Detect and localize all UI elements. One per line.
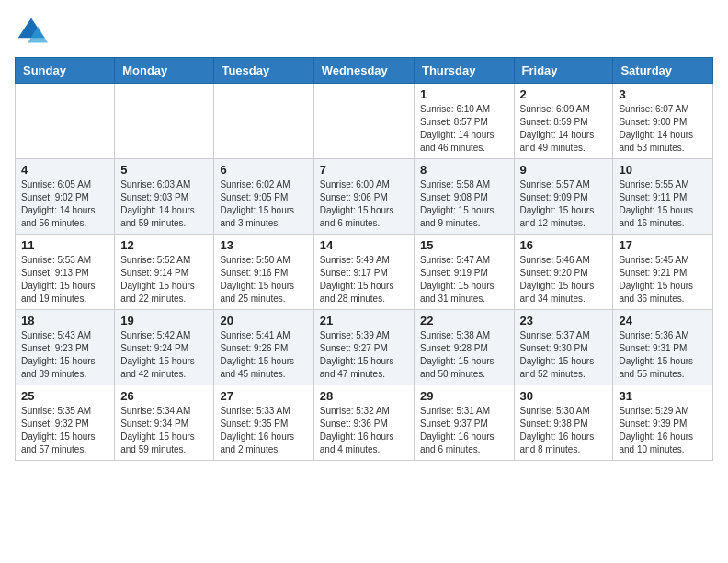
day-info: Sunrise: 6:00 AM Sunset: 9:06 PM Dayligh…: [320, 178, 408, 230]
calendar-cell: 2Sunrise: 6:09 AM Sunset: 8:59 PM Daylig…: [514, 84, 613, 159]
day-number: 8: [420, 163, 508, 177]
day-number: 6: [220, 163, 307, 177]
day-info: Sunrise: 5:41 AM Sunset: 9:26 PM Dayligh…: [220, 329, 307, 381]
day-number: 28: [320, 389, 408, 403]
day-number: 11: [21, 238, 108, 252]
day-info: Sunrise: 5:38 AM Sunset: 9:28 PM Dayligh…: [420, 329, 508, 381]
calendar-cell: [16, 84, 115, 159]
calendar-cell: 25Sunrise: 5:35 AM Sunset: 9:32 PM Dayli…: [16, 385, 115, 461]
day-info: Sunrise: 5:29 AM Sunset: 9:39 PM Dayligh…: [619, 405, 707, 456]
calendar-cell: 9Sunrise: 5:57 AM Sunset: 9:09 PM Daylig…: [514, 159, 613, 235]
day-info: Sunrise: 5:50 AM Sunset: 9:16 PM Dayligh…: [220, 254, 307, 305]
day-info: Sunrise: 6:10 AM Sunset: 8:57 PM Dayligh…: [420, 103, 508, 155]
calendar-week-row: 11Sunrise: 5:53 AM Sunset: 9:13 PM Dayli…: [16, 235, 713, 310]
calendar-table: SundayMondayTuesdayWednesdayThursdayFrid…: [15, 57, 713, 461]
weekday-header: Friday: [514, 58, 613, 84]
calendar-cell: 4Sunrise: 6:05 AM Sunset: 9:02 PM Daylig…: [16, 159, 115, 235]
day-number: 23: [520, 314, 608, 327]
day-number: 13: [220, 238, 307, 252]
day-number: 30: [520, 389, 608, 403]
day-number: 4: [21, 163, 108, 177]
day-info: Sunrise: 5:32 AM Sunset: 9:36 PM Dayligh…: [320, 405, 408, 456]
day-info: Sunrise: 5:31 AM Sunset: 9:37 PM Dayligh…: [420, 405, 508, 456]
calendar-cell: 6Sunrise: 6:02 AM Sunset: 9:05 PM Daylig…: [214, 159, 313, 235]
calendar-cell: 8Sunrise: 5:58 AM Sunset: 9:08 PM Daylig…: [414, 159, 514, 235]
calendar-cell: 16Sunrise: 5:46 AM Sunset: 9:20 PM Dayli…: [514, 235, 613, 310]
calendar-cell: 3Sunrise: 6:07 AM Sunset: 9:00 PM Daylig…: [613, 84, 713, 159]
calendar-cell: 5Sunrise: 6:03 AM Sunset: 9:03 PM Daylig…: [115, 159, 214, 235]
weekday-header: Monday: [115, 58, 214, 84]
calendar-cell: [115, 84, 214, 159]
day-info: Sunrise: 6:02 AM Sunset: 9:05 PM Dayligh…: [220, 178, 307, 230]
calendar-cell: 12Sunrise: 5:52 AM Sunset: 9:14 PM Dayli…: [115, 235, 214, 310]
calendar-cell: 23Sunrise: 5:37 AM Sunset: 9:30 PM Dayli…: [514, 310, 613, 385]
day-info: Sunrise: 5:42 AM Sunset: 9:24 PM Dayligh…: [120, 329, 208, 381]
logo: [15, 15, 53, 48]
calendar-week-row: 1Sunrise: 6:10 AM Sunset: 8:57 PM Daylig…: [16, 84, 713, 159]
day-info: Sunrise: 5:43 AM Sunset: 9:23 PM Dayligh…: [21, 329, 108, 381]
calendar-cell: 1Sunrise: 6:10 AM Sunset: 8:57 PM Daylig…: [414, 84, 514, 159]
day-info: Sunrise: 5:35 AM Sunset: 9:32 PM Dayligh…: [21, 405, 108, 456]
calendar-cell: 20Sunrise: 5:41 AM Sunset: 9:26 PM Dayli…: [214, 310, 313, 385]
day-info: Sunrise: 5:30 AM Sunset: 9:38 PM Dayligh…: [520, 405, 608, 456]
day-info: Sunrise: 5:36 AM Sunset: 9:31 PM Dayligh…: [619, 329, 707, 381]
calendar-cell: 21Sunrise: 5:39 AM Sunset: 9:27 PM Dayli…: [313, 310, 414, 385]
day-number: 10: [619, 163, 707, 177]
day-number: 24: [619, 314, 707, 327]
weekday-header: Saturday: [613, 58, 713, 84]
calendar-cell: 29Sunrise: 5:31 AM Sunset: 9:37 PM Dayli…: [414, 385, 514, 461]
day-number: 26: [120, 389, 208, 403]
day-number: 18: [21, 314, 108, 327]
day-number: 12: [120, 238, 208, 252]
day-number: 31: [619, 389, 707, 403]
calendar-cell: [214, 84, 313, 159]
day-number: 3: [619, 87, 707, 101]
day-number: 22: [420, 314, 508, 327]
day-info: Sunrise: 5:46 AM Sunset: 9:20 PM Dayligh…: [520, 254, 608, 305]
day-info: Sunrise: 6:05 AM Sunset: 9:02 PM Dayligh…: [21, 178, 108, 230]
calendar-week-row: 18Sunrise: 5:43 AM Sunset: 9:23 PM Dayli…: [16, 310, 713, 385]
calendar-cell: 27Sunrise: 5:33 AM Sunset: 9:35 PM Dayli…: [214, 385, 313, 461]
day-number: 27: [220, 389, 307, 403]
calendar-cell: 17Sunrise: 5:45 AM Sunset: 9:21 PM Dayli…: [613, 235, 713, 310]
day-info: Sunrise: 5:45 AM Sunset: 9:21 PM Dayligh…: [619, 254, 707, 305]
calendar-week-row: 25Sunrise: 5:35 AM Sunset: 9:32 PM Dayli…: [16, 385, 713, 461]
day-info: Sunrise: 5:33 AM Sunset: 9:35 PM Dayligh…: [220, 405, 307, 456]
day-number: 17: [619, 238, 707, 252]
calendar-cell: 10Sunrise: 5:55 AM Sunset: 9:11 PM Dayli…: [613, 159, 713, 235]
day-info: Sunrise: 5:53 AM Sunset: 9:13 PM Dayligh…: [21, 254, 108, 305]
logo-icon: [15, 15, 48, 48]
day-info: Sunrise: 5:49 AM Sunset: 9:17 PM Dayligh…: [320, 254, 408, 305]
day-info: Sunrise: 6:09 AM Sunset: 8:59 PM Dayligh…: [520, 103, 608, 155]
day-number: 25: [21, 389, 108, 403]
day-info: Sunrise: 5:47 AM Sunset: 9:19 PM Dayligh…: [420, 254, 508, 305]
calendar-cell: [313, 84, 414, 159]
day-info: Sunrise: 5:52 AM Sunset: 9:14 PM Dayligh…: [120, 254, 208, 305]
day-number: 20: [220, 314, 307, 327]
calendar-cell: 19Sunrise: 5:42 AM Sunset: 9:24 PM Dayli…: [115, 310, 214, 385]
day-number: 14: [320, 238, 408, 252]
day-number: 16: [520, 238, 608, 252]
calendar-cell: 30Sunrise: 5:30 AM Sunset: 9:38 PM Dayli…: [514, 385, 613, 461]
calendar-cell: 14Sunrise: 5:49 AM Sunset: 9:17 PM Dayli…: [313, 235, 414, 310]
day-info: Sunrise: 5:37 AM Sunset: 9:30 PM Dayligh…: [520, 329, 608, 381]
weekday-header: Tuesday: [214, 58, 313, 84]
calendar-cell: 26Sunrise: 5:34 AM Sunset: 9:34 PM Dayli…: [115, 385, 214, 461]
calendar-cell: 22Sunrise: 5:38 AM Sunset: 9:28 PM Dayli…: [414, 310, 514, 385]
day-number: 21: [320, 314, 408, 327]
calendar-cell: 28Sunrise: 5:32 AM Sunset: 9:36 PM Dayli…: [313, 385, 414, 461]
page-header: [15, 15, 713, 48]
day-info: Sunrise: 5:57 AM Sunset: 9:09 PM Dayligh…: [520, 178, 608, 230]
day-info: Sunrise: 5:58 AM Sunset: 9:08 PM Dayligh…: [420, 178, 508, 230]
weekday-header: Wednesday: [313, 58, 414, 84]
weekday-header: Thursday: [414, 58, 514, 84]
day-number: 2: [520, 87, 608, 101]
day-number: 1: [420, 87, 508, 101]
calendar-cell: 11Sunrise: 5:53 AM Sunset: 9:13 PM Dayli…: [16, 235, 115, 310]
calendar-cell: 24Sunrise: 5:36 AM Sunset: 9:31 PM Dayli…: [613, 310, 713, 385]
day-info: Sunrise: 6:03 AM Sunset: 9:03 PM Dayligh…: [120, 178, 208, 230]
day-number: 29: [420, 389, 508, 403]
calendar-cell: 31Sunrise: 5:29 AM Sunset: 9:39 PM Dayli…: [613, 385, 713, 461]
day-number: 7: [320, 163, 408, 177]
calendar-header-row: SundayMondayTuesdayWednesdayThursdayFrid…: [16, 58, 713, 84]
